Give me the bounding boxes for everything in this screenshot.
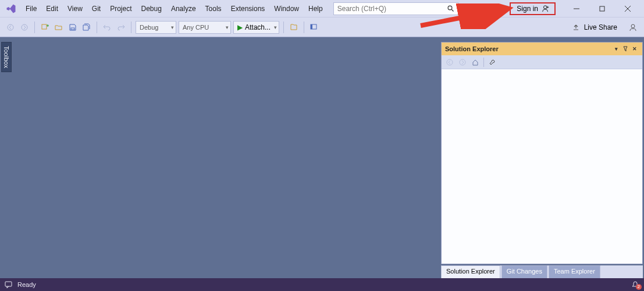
sign-in-label: Sign in [517, 5, 538, 13]
panel-dropdown-icon[interactable]: ▾ [612, 45, 620, 53]
svg-rect-20 [5, 282, 12, 286]
toolbar: Debug Any CPU ▶ Attach... Live Share [0, 17, 644, 37]
back-icon[interactable] [444, 56, 456, 68]
undo-button[interactable] [101, 21, 113, 34]
solution-explorer-panel: Solution Explorer ▾ ✕ [441, 42, 643, 264]
properties-icon[interactable] [486, 56, 498, 68]
separator [131, 22, 131, 33]
save-all-button[interactable] [81, 21, 92, 34]
separator [283, 22, 284, 33]
home-icon[interactable] [469, 56, 481, 68]
status-ready: Ready [17, 281, 36, 288]
menu-debug[interactable]: Debug [137, 2, 166, 15]
solution-platform-dropdown[interactable]: Any CPU [179, 21, 231, 34]
menu-bar: File Edit View Git Project Debug Analyze… [0, 0, 644, 17]
person-add-icon [542, 5, 550, 13]
redo-button[interactable] [115, 21, 127, 34]
solution-explorer-title-bar[interactable]: Solution Explorer ▾ ✕ [442, 42, 642, 55]
toolbox-tab[interactable]: Toolbox [1, 42, 12, 72]
svg-line-1 [451, 9, 453, 11]
solution-explorer-tree[interactable] [442, 69, 642, 264]
attach-debugger-button[interactable]: ▶ Attach... [233, 21, 279, 34]
svg-rect-11 [42, 24, 47, 29]
menu-extensions[interactable]: Extensions [226, 2, 270, 15]
vs-logo-icon [5, 3, 17, 15]
notifications-button[interactable]: 2 [631, 281, 639, 289]
search-input[interactable] [337, 5, 447, 13]
nav-back-button[interactable] [5, 21, 16, 34]
live-share-button[interactable]: Live Share [569, 23, 621, 31]
play-icon: ▶ [237, 23, 243, 31]
separator [304, 22, 304, 33]
live-share-label: Live Share [584, 23, 617, 31]
find-in-files-button[interactable] [288, 21, 300, 34]
window-minimize-button[interactable] [564, 1, 589, 17]
window-close-button[interactable] [615, 1, 641, 17]
panel-tabs: Solution Explorer Git Changes Team Explo… [441, 265, 643, 278]
menu-git[interactable]: Git [87, 2, 105, 15]
solution-explorer-toolbar [442, 55, 642, 69]
status-bar: Ready 2 [0, 278, 644, 291]
search-icon [447, 5, 454, 12]
pin-icon[interactable] [621, 45, 629, 53]
editor-area: Toolbox Solution Explorer ▾ ✕ Solution E… [0, 37, 644, 278]
menu-window[interactable]: Window [269, 2, 304, 15]
tab-solution-explorer[interactable]: Solution Explorer [441, 265, 500, 278]
menu-help[interactable]: Help [304, 2, 328, 15]
solution-explorer-title: Solution Explorer [445, 45, 499, 52]
menu-edit[interactable]: Edit [41, 2, 63, 15]
close-icon[interactable]: ✕ [631, 45, 639, 53]
separator [97, 22, 97, 33]
svg-point-10 [22, 24, 27, 30]
svg-point-0 [448, 6, 452, 10]
svg-point-9 [8, 24, 13, 30]
menu-project[interactable]: Project [105, 2, 136, 15]
tab-team-explorer[interactable]: Team Explorer [549, 265, 600, 278]
toggle-button[interactable] [308, 21, 320, 34]
window-maximize-button[interactable] [589, 1, 615, 17]
svg-rect-6 [600, 6, 604, 11]
svg-point-2 [544, 5, 547, 8]
svg-point-17 [631, 24, 635, 28]
feedback-button[interactable] [628, 21, 639, 34]
attach-label: Attach... [245, 23, 271, 31]
sign-in-button[interactable]: Sign in [510, 2, 556, 15]
menu-file[interactable]: File [21, 2, 41, 15]
search-box[interactable] [333, 2, 458, 15]
menu-analyze[interactable]: Analyze [166, 2, 201, 15]
svg-point-19 [460, 59, 465, 65]
save-button[interactable] [67, 21, 79, 34]
svg-point-18 [447, 59, 453, 65]
open-file-button[interactable] [53, 21, 65, 34]
share-icon [572, 23, 581, 31]
forward-icon[interactable] [457, 56, 468, 68]
chat-icon[interactable] [5, 281, 13, 288]
menu-tools[interactable]: Tools [201, 2, 226, 15]
tab-git-changes[interactable]: Git Changes [501, 265, 547, 278]
notifications-count: 2 [636, 284, 642, 290]
separator [34, 22, 35, 33]
solution-config-dropdown[interactable]: Debug [136, 21, 176, 34]
svg-rect-16 [311, 24, 312, 29]
svg-rect-14 [71, 28, 74, 30]
menu-view[interactable]: View [63, 2, 87, 15]
new-project-button[interactable] [39, 21, 51, 34]
nav-forward-button[interactable] [19, 21, 30, 34]
separator [483, 58, 484, 67]
